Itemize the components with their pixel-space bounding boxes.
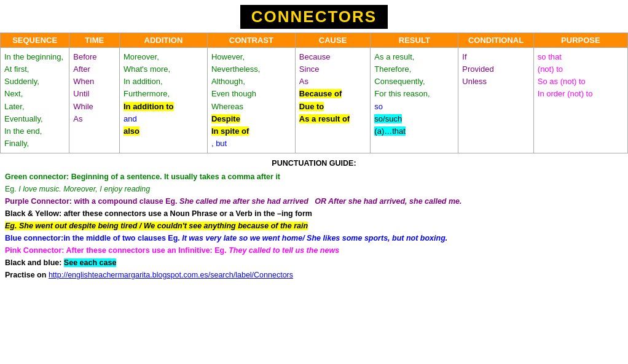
punct-purple-label: Purple Connector: with a compound clause… [5, 197, 462, 206]
cell-purpose: so that (not) to So as (not) to In order… [533, 48, 627, 153]
header-purpose: PURPOSE [533, 33, 627, 48]
punct-black-blue-label: Black and blue: [5, 258, 64, 267]
cause-yellow3: As a result of [299, 114, 350, 123]
punctuation-title: PUNCTUATION GUIDE: [5, 157, 623, 169]
punct-line-6: Blue connector:in the middle of two clau… [5, 232, 623, 244]
header-result: RESULT [371, 33, 458, 48]
punct-yellow-eg: Eg. She went out despite being tired / W… [5, 222, 308, 230]
header-contrast: CONTRAST [207, 33, 295, 48]
cause-yellow1: Because of [299, 89, 342, 98]
punct-line-9: Practise on http://englishteachermargari… [5, 269, 623, 281]
punct-line-4: Black & Yellow: after these connectors u… [5, 207, 623, 220]
cause-yellow2: Due to [299, 102, 324, 111]
punctuation-section: PUNCTUATION GUIDE: Green connector: Begi… [0, 153, 628, 282]
addition-yellow: In addition to [124, 102, 174, 111]
punct-green-eg: Eg. I love music. Moreover, I enjoy read… [5, 185, 150, 193]
result-cyan: so/such(a)…that [374, 114, 406, 136]
practise-link[interactable]: http://englishteachermargarita.blogspot.… [49, 271, 293, 279]
punct-line-1: Green connector: Beginning of a sentence… [5, 171, 623, 183]
contrast-blue: , but [211, 139, 227, 148]
punct-line-5: Eg. She went out despite being tired / W… [5, 220, 623, 232]
header-time: TIME [69, 33, 120, 48]
addition-blue: and [124, 114, 137, 123]
connector-row: In the beginning, At first, Suddenly, Ne… [1, 48, 628, 153]
cell-sequence: In the beginning, At first, Suddenly, Ne… [1, 48, 69, 153]
header-addition: ADDITION [119, 33, 207, 48]
header-cause: CAUSE [295, 33, 371, 48]
cell-time: Before After When Until While As [69, 48, 120, 153]
punct-line-2: Eg. I love music. Moreover, I enjoy read… [5, 183, 623, 195]
cause-purple: Because Since As [299, 52, 331, 86]
punct-green-label: Green connector: Beginning of a sentence… [5, 172, 280, 181]
contrast-yellow2: In spite of [211, 126, 249, 136]
cell-contrast: However, Nevertheless, Although, Even th… [207, 48, 295, 153]
punct-blue-label: Blue connector:in the middle of two clau… [5, 234, 447, 242]
addition-also: also [124, 126, 139, 136]
punct-line-7: Pink Connector: After these connectors u… [5, 244, 623, 257]
sequence-items: In the beginning, At first, Suddenly, Ne… [4, 52, 63, 148]
result-blue1: so [374, 102, 383, 111]
cell-addition: Moreover, What's more, In addition, Furt… [119, 48, 207, 153]
contrast-yellow1: Despite [211, 114, 240, 123]
header-conditional: CONDITIONAL [458, 33, 534, 48]
header-sequence: SEQUENCE [1, 33, 69, 48]
main-title-wrap: CONNECTORS [0, 0, 628, 33]
punct-line-8: Black and blue: See each case [5, 257, 623, 269]
cell-conditional: If Provided Unless [458, 48, 534, 153]
contrast-green: However, Nevertheless, Although, Even th… [211, 52, 260, 111]
punct-black-yellow-label: Black & Yellow: after these connectors u… [5, 209, 312, 218]
punct-line-3: Purple Connector: with a compound clause… [5, 195, 623, 207]
connector-table: SEQUENCE TIME ADDITION CONTRAST CAUSE RE… [0, 33, 628, 153]
cell-result: As a result, Therefore, Consequently, Fo… [371, 48, 458, 153]
addition-green: Moreover, What's more, In addition, Furt… [124, 52, 170, 98]
page-wrapper: CONNECTORS SEQUENCE TIME ADDITION CONTRA… [0, 0, 628, 282]
time-items: Before After When Until While As [73, 52, 96, 123]
purpose-pink: so that (not) to So as (not) to In order… [538, 52, 593, 98]
practise-label: Practise on [5, 271, 49, 279]
main-title: CONNECTORS [240, 5, 388, 29]
punct-pink-label: Pink Connector: After these connectors u… [5, 246, 339, 255]
cell-cause: Because Since As Because of Due to As a … [295, 48, 371, 153]
punct-see-each-case: See each case [64, 258, 117, 267]
result-green: As a result, Therefore, Consequently, Fo… [374, 52, 430, 98]
conditional-purple: If Provided Unless [462, 52, 493, 86]
